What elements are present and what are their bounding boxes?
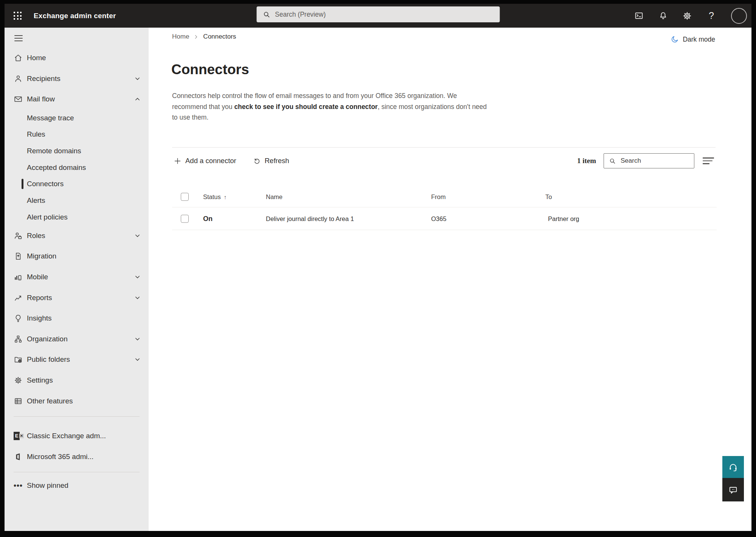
sidebar-item-label: Roles [27,232,45,240]
sidebar-item-insights[interactable]: Insights [5,308,149,329]
sidebar-item-other-features[interactable]: Other features [5,391,149,411]
chevron-down-icon [135,274,140,280]
home-icon [14,53,23,62]
chevron-down-icon [135,233,140,238]
sidebar-item-alert-policies[interactable]: Alert policies [5,209,149,226]
folder-globe-icon [14,355,23,364]
sidebar-item-remote-domains[interactable]: Remote domains [5,143,149,159]
breadcrumb-home-link[interactable]: Home [172,33,189,40]
support-button[interactable] [722,456,744,478]
person-icon [14,74,23,83]
sidebar-item-mail-flow[interactable]: Mail flow [5,89,149,110]
add-connector-label: Add a connector [185,157,236,165]
sidebar-item-classic-exchange-admin[interactable]: E✕ Classic Exchange adm... [5,426,149,447]
sidebar-item-recipients[interactable]: Recipients [5,68,149,89]
column-header-from[interactable]: From [431,193,446,200]
column-label: Name [266,193,283,200]
terminal-icon [634,11,644,20]
document-arrow-icon [14,252,23,261]
sidebar-item-message-trace[interactable]: Message trace [5,110,149,126]
row-from: O365 [431,215,446,223]
help-button[interactable]: ? [706,8,717,23]
page-description: Connectors help control the flow of emai… [172,90,492,123]
list-search-input[interactable] [620,157,694,165]
row-checkbox[interactable] [181,215,189,223]
notifications-button[interactable] [658,8,668,23]
sidebar-item-microsoft-365-admin[interactable]: Microsoft 365 admi... [5,447,149,467]
app-frame: Exchange admin center ? Home [0,0,756,537]
app-launcher-icon[interactable] [11,9,24,22]
description-link[interactable]: check to see if you should create a conn… [234,103,377,111]
sidebar-item-accepted-domains[interactable]: Accepted domains [5,159,149,176]
settings-button[interactable] [682,8,692,23]
sidebar-item-roles[interactable]: Roles [5,226,149,246]
sidebar-item-label: Reports [27,294,52,302]
sidebar-item-label: Settings [27,376,53,384]
cloud-shell-button[interactable] [633,8,644,23]
chevron-down-icon [135,76,140,81]
global-search-box[interactable] [256,6,500,22]
column-label: From [431,193,446,200]
refresh-button[interactable]: Refresh [251,155,292,167]
headset-icon [728,462,738,472]
item-count: 1 item [577,157,596,165]
chevron-up-icon [135,97,140,102]
sidebar-item-settings[interactable]: Settings [5,370,149,391]
column-header-name[interactable]: Name [266,193,283,200]
row-to: Partner org [548,215,579,223]
sidebar-item-label: Alert policies [27,213,68,221]
plus-icon [174,157,182,165]
table-grid-icon [14,397,23,406]
nav-collapse-button[interactable] [14,34,23,43]
list-search-box[interactable] [604,153,694,168]
sidebar-item-connectors[interactable]: Connectors [5,176,149,193]
sidebar-item-organization[interactable]: Organization [5,329,149,350]
dark-mode-label: Dark mode [683,36,715,44]
sidebar-item-alerts[interactable]: Alerts [5,192,149,209]
envelope-icon [14,95,23,104]
feedback-button[interactable] [722,478,744,501]
sidebar-item-label: Mail flow [27,95,55,103]
command-bar: Add a connector Refresh [171,153,292,169]
sidebar-item-label: Connectors [27,180,64,188]
row-divider [172,230,717,230]
toolbar-divider [172,147,716,148]
sidebar-item-label: Remote domains [27,147,81,155]
row-status: On [203,215,213,223]
sidebar-item-label: Rules [27,130,45,139]
sidebar-item-reports[interactable]: Reports [5,287,149,308]
add-connector-button[interactable]: Add a connector [171,155,239,167]
sidebar-item-mobile[interactable]: Mobile [5,267,149,288]
select-all-checkbox[interactable] [181,193,189,201]
table-row[interactable]: On Deliver journal directly to Area 1 O3… [149,207,751,230]
sidebar-item-label: Insights [27,314,51,322]
column-header-status[interactable]: Status↑ [203,193,227,200]
sidebar-item-label: Recipients [27,75,61,83]
sidebar-item-show-pinned[interactable]: ••• Show pinned [5,475,149,496]
sidebar-item-rules[interactable]: Rules [5,126,149,143]
microsoft-365-logo-icon [14,452,23,461]
sidebar-item-label: Home [27,54,46,62]
chevron-down-icon [135,357,140,363]
sidebar-item-label: Show pinned [27,481,68,490]
sidebar-divider [14,472,140,472]
sidebar-item-home[interactable]: Home [5,48,149,68]
classic-exchange-logo-icon: E✕ [14,431,24,440]
column-header-to[interactable]: To [545,193,552,200]
dark-mode-toggle[interactable]: Dark mode [671,35,715,44]
sidebar-item-migration[interactable]: Migration [5,246,149,267]
org-tree-icon [14,335,23,344]
sidebar-item-label: Microsoft 365 admi... [27,453,93,461]
topbar-actions: ? [633,4,748,28]
row-name[interactable]: Deliver journal directly to Area 1 [266,215,354,223]
bell-icon [658,11,668,20]
sidebar-item-public-folders[interactable]: Public folders [5,349,149,370]
account-avatar[interactable] [731,8,747,24]
top-bar: Exchange admin center ? [5,4,751,28]
table-header-row: Status↑ Name From To [149,186,751,207]
sort-filter-icon[interactable] [701,156,716,166]
main-content: Home Connectors Dark mode Connectors Con… [149,28,751,531]
sidebar-item-label: Classic Exchange adm... [27,432,106,440]
search-icon [609,157,616,165]
global-search-input[interactable] [274,10,500,19]
